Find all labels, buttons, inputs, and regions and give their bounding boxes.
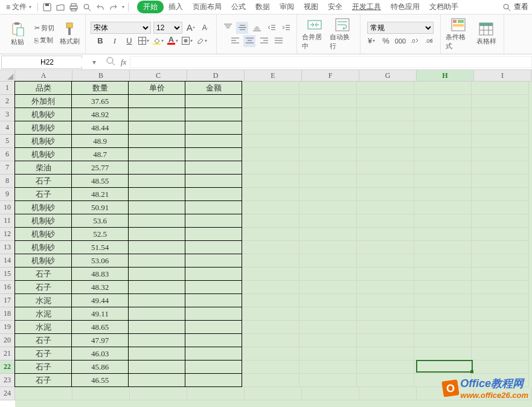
cell[interactable]	[185, 320, 242, 334]
cell[interactable]: 机制砂	[14, 121, 72, 135]
preview-icon[interactable]	[82, 2, 92, 13]
cell[interactable]	[357, 135, 414, 148]
cell[interactable]	[242, 148, 300, 161]
underline-button[interactable]: U	[123, 35, 135, 47]
cell[interactable]	[242, 188, 300, 201]
cell[interactable]: 49.44	[71, 293, 129, 307]
cell[interactable]	[242, 228, 300, 241]
search-icon[interactable]	[501, 2, 512, 13]
cell[interactable]	[357, 241, 414, 254]
cell[interactable]	[300, 135, 357, 148]
cell[interactable]	[414, 254, 472, 268]
cell[interactable]	[300, 108, 357, 121]
cell[interactable]	[242, 82, 300, 95]
decrease-font-button[interactable]: A-	[199, 22, 211, 34]
cell[interactable]	[185, 360, 242, 374]
cell[interactable]	[414, 148, 472, 161]
cell[interactable]	[242, 161, 300, 175]
cell[interactable]	[357, 95, 414, 108]
cell[interactable]	[185, 121, 242, 135]
cell[interactable]: 石子	[14, 174, 72, 188]
wrap-text-button[interactable]: 自动换行	[330, 18, 355, 51]
cell[interactable]: 机制砂	[14, 147, 72, 161]
row-header-14[interactable]: 14	[0, 254, 15, 268]
cell[interactable]	[242, 374, 300, 387]
italic-button[interactable]: I	[109, 35, 121, 47]
col-header-I[interactable]: I	[474, 70, 531, 82]
cell[interactable]	[300, 361, 357, 374]
cell[interactable]	[414, 214, 472, 228]
cell[interactable]	[414, 95, 472, 108]
cell[interactable]	[242, 201, 300, 214]
row-header-24[interactable]: 24	[0, 387, 15, 400]
align-middle-button[interactable]	[236, 22, 248, 34]
cell[interactable]: 48.65	[71, 320, 129, 334]
fx-button[interactable]: fx	[121, 57, 126, 67]
cell[interactable]: 50.91	[71, 200, 129, 214]
cell[interactable]	[128, 240, 185, 254]
cell[interactable]	[128, 373, 185, 387]
tab-10[interactable]: 文档助手	[425, 0, 463, 14]
col-header-A[interactable]: A	[15, 70, 72, 82]
cell[interactable]: 48.7	[71, 147, 129, 161]
cell[interactable]	[414, 347, 472, 361]
cell[interactable]	[242, 254, 300, 268]
cell[interactable]: 48.21	[71, 187, 129, 201]
cell[interactable]: 机制砂	[14, 240, 72, 254]
col-header-F[interactable]: F	[302, 70, 359, 82]
cell[interactable]: 石子	[14, 187, 72, 201]
cell[interactable]	[472, 228, 529, 241]
cell[interactable]	[185, 307, 242, 321]
tab-7[interactable]: 安全	[323, 0, 347, 14]
cell[interactable]	[472, 361, 529, 374]
row-header-5[interactable]: 5	[0, 135, 15, 148]
number-format-select[interactable]: 常规	[367, 22, 434, 34]
tab-8[interactable]: 开发工具	[347, 0, 386, 14]
cell[interactable]: 52.5	[71, 227, 129, 241]
cell[interactable]	[414, 281, 472, 294]
cell[interactable]: 机制砂	[14, 200, 72, 214]
cell[interactable]	[300, 161, 357, 175]
cell[interactable]	[185, 333, 242, 347]
percent-button[interactable]: %	[380, 35, 392, 47]
cell[interactable]: 水泥	[14, 293, 72, 307]
row-header-22[interactable]: 22	[0, 361, 15, 374]
cell[interactable]	[185, 280, 242, 294]
tab-1[interactable]: 插入	[164, 0, 188, 14]
cell[interactable]	[472, 347, 529, 361]
cell[interactable]	[472, 281, 529, 294]
row-header-3[interactable]: 3	[0, 108, 15, 121]
row-header-15[interactable]: 15	[0, 268, 15, 281]
col-header-C[interactable]: C	[130, 70, 187, 82]
cell[interactable]	[128, 174, 185, 188]
cell[interactable]: 水泥	[14, 320, 72, 334]
cell[interactable]	[185, 267, 242, 281]
increase-font-button[interactable]: A+	[185, 22, 197, 34]
cell[interactable]: 53.06	[71, 254, 129, 268]
cell[interactable]	[357, 361, 414, 374]
undo-icon[interactable]	[95, 2, 106, 13]
cell[interactable]	[357, 321, 414, 334]
cell[interactable]	[128, 320, 185, 334]
cell[interactable]	[359, 387, 417, 400]
cell[interactable]	[128, 214, 185, 228]
col-header-D[interactable]: D	[187, 70, 245, 82]
col-header-H[interactable]: H	[417, 70, 474, 82]
redo-icon[interactable]	[108, 2, 119, 13]
col-header-B[interactable]: B	[72, 70, 130, 82]
cell[interactable]: 46.03	[71, 347, 129, 361]
cell[interactable]	[242, 294, 300, 307]
cell[interactable]: 柴油	[14, 161, 72, 175]
cell[interactable]: 外加剂	[14, 94, 72, 108]
select-all-corner[interactable]	[0, 70, 15, 82]
name-box-input[interactable]	[2, 58, 92, 66]
cell[interactable]: 48.44	[71, 121, 129, 135]
cell[interactable]: 石子	[14, 333, 72, 347]
cell[interactable]: 机制砂	[14, 227, 72, 241]
cell[interactable]	[472, 334, 529, 347]
merge-center-button[interactable]: 合并居中	[302, 18, 327, 51]
cell[interactable]	[357, 108, 414, 121]
cell[interactable]: 石子	[14, 360, 72, 374]
tab-3[interactable]: 公式	[226, 0, 251, 14]
row-header-18[interactable]: 18	[0, 307, 15, 321]
